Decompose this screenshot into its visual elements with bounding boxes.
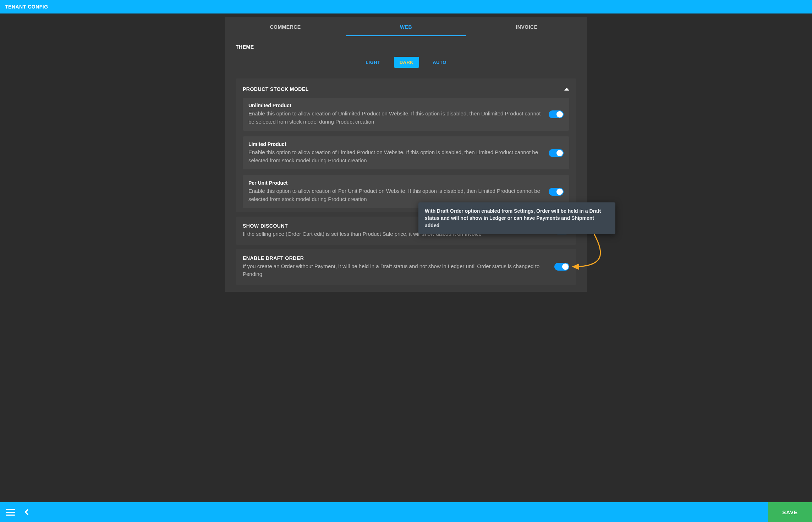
draft-order-desc: If you create an Order without Payment, … (243, 262, 547, 278)
theme-selector: LIGHT DARK AUTO (236, 57, 576, 68)
tooltip-text: With Draft Order option enabled from Set… (425, 208, 601, 228)
stock-model-title: PRODUCT STOCK MODEL (243, 86, 309, 92)
tab-invoice[interactable]: INVOICE (466, 18, 587, 36)
theme-auto-button[interactable]: AUTO (427, 57, 452, 68)
limited-product-title: Limited Product (248, 141, 542, 147)
tab-commerce[interactable]: COMMERCE (225, 18, 346, 36)
limited-product-toggle[interactable] (549, 149, 564, 157)
app-footer: SAVE (0, 502, 812, 522)
theme-section-title: THEME (236, 44, 576, 50)
draft-order-section: ENABLE DRAFT ORDER If you create an Orde… (236, 249, 576, 285)
unlimited-product-desc: Enable this option to allow creation of … (248, 110, 542, 126)
draft-order-toggle[interactable] (554, 263, 569, 271)
tab-bar: COMMERCE WEB INVOICE (225, 17, 587, 37)
draft-order-title: ENABLE DRAFT ORDER (243, 255, 547, 261)
unlimited-product-toggle[interactable] (549, 110, 564, 118)
tab-web[interactable]: WEB (346, 18, 466, 36)
app-header: TENANT CONFIG (0, 0, 812, 13)
stock-model-card: PRODUCT STOCK MODEL Unlimited Product En… (236, 78, 576, 212)
unlimited-product-row: Unlimited Product Enable this option to … (243, 98, 569, 131)
theme-light-button[interactable]: LIGHT (360, 57, 386, 68)
unlimited-product-title: Unlimited Product (248, 103, 542, 108)
back-icon[interactable] (25, 509, 31, 515)
limited-product-row: Limited Product Enable this option to al… (243, 136, 569, 169)
limited-product-desc: Enable this option to allow creation of … (248, 148, 542, 164)
save-button[interactable]: SAVE (768, 502, 812, 522)
chevron-up-icon (564, 88, 569, 91)
stock-model-header[interactable]: PRODUCT STOCK MODEL (243, 86, 569, 92)
menu-icon[interactable] (6, 509, 15, 516)
theme-dark-button[interactable]: DARK (394, 57, 419, 68)
perunit-product-desc: Enable this option to allow creation of … (248, 187, 542, 203)
app-title: TENANT CONFIG (5, 4, 48, 10)
perunit-product-title: Per Unit Product (248, 180, 542, 186)
draft-order-tooltip: With Draft Order option enabled from Set… (418, 202, 615, 234)
config-panel: COMMERCE WEB INVOICE THEME LIGHT DARK AU… (225, 17, 587, 292)
perunit-product-toggle[interactable] (549, 188, 564, 196)
